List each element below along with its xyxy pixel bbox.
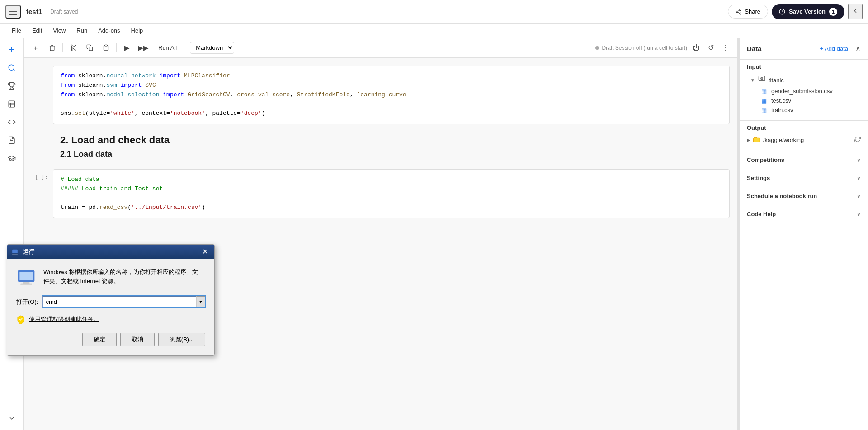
dialog-ok-button[interactable]: 确定 [82,333,117,346]
dialog-close-button[interactable]: ✕ [200,247,210,256]
run-dialog: 运行 ✕ Windows 将根据你所输入的名称，为你打开相应的程序、文件夹、文档… [7,244,215,356]
dialog-buttons: 确定 取消 浏览(B)... [16,333,205,346]
dialog-cancel-button[interactable]: 取消 [120,333,155,346]
dialog-field: 打开(O): ▼ [16,296,205,307]
dialog-input-wrap: ▼ [42,296,205,307]
dialog-title: 运行 [12,248,34,256]
run-dialog-overlay: 运行 ✕ Windows 将根据你所输入的名称，为你打开相应的程序、文件夹、文档… [0,0,868,430]
admin-link[interactable]: 使用管理权限创建此任务。 [29,315,99,323]
svg-rect-30 [23,282,30,284]
shield-icon [16,315,25,324]
svg-rect-31 [20,284,32,285]
dialog-dropdown-arrow[interactable]: ▼ [196,296,205,307]
svg-rect-29 [19,272,33,280]
dialog-computer-icon [16,268,36,289]
dialog-body: Windows 将根据你所输入的名称，为你打开相应的程序、文件夹、文档或 Int… [7,259,214,355]
dialog-titlebar: 运行 ✕ [7,245,214,259]
dialog-icon-row: Windows 将根据你所输入的名称，为你打开相应的程序、文件夹、文档或 Int… [16,268,205,289]
svg-rect-26 [12,249,18,253]
dialog-description: Windows 将根据你所输入的名称，为你打开相应的程序、文件夹、文档或 Int… [43,268,198,285]
dialog-browse-button[interactable]: 浏览(B)... [158,333,205,346]
dialog-admin-row: 使用管理权限创建此任务。 [16,315,205,324]
dialog-open-input[interactable] [42,296,205,307]
dialog-open-label: 打开(O): [16,298,38,306]
